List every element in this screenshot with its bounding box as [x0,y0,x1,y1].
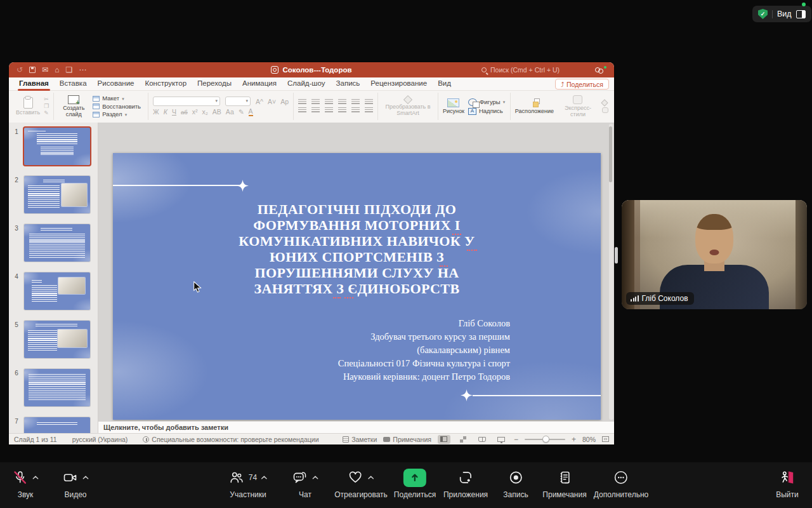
indent-increase-button[interactable] [338,99,346,105]
slide-subtitle[interactable]: Гліб Соколов Здобувач третього курсу за … [338,317,510,384]
save-icon[interactable] [29,67,36,73]
notes-toggle[interactable]: Заметки [343,436,377,443]
justify-button[interactable] [338,107,346,114]
participant-video-tile[interactable]: Гліб Соколов [622,200,807,309]
line-spacing-button[interactable] [351,99,360,105]
cut-icon[interactable]: ✂ [44,97,49,102]
more-icon[interactable]: ⋯ [79,66,86,74]
align-text-button[interactable] [365,107,373,114]
new-doc-icon[interactable]: ❏ [65,66,72,74]
account-presence-icon[interactable] [595,66,606,74]
tab-vstavka[interactable]: Вставка [60,80,87,88]
participants-button[interactable]: 74 Участники [228,468,268,499]
font-size-combo[interactable] [225,97,251,106]
slideshow-button[interactable] [495,435,508,444]
thumbnail-slide-6[interactable] [24,369,90,406]
thumbnail-slide-4[interactable] [24,272,90,310]
arrange-button[interactable]: Расположение [515,98,554,115]
numbering-button[interactable] [311,99,320,105]
bullets-button[interactable] [298,99,306,105]
canvas-scrollbar[interactable] [609,124,613,420]
tab-risovanie[interactable]: Рисование [98,80,134,88]
mail-icon[interactable]: ✉ [42,66,48,74]
apps-button[interactable]: Приложения [443,468,488,499]
reading-view-button[interactable] [476,435,488,444]
reset-button[interactable]: Восстановить [93,104,143,110]
slide-sorter-button[interactable] [457,435,469,444]
tab-slideshow[interactable]: Слайд-шоу [287,80,325,88]
chevron-up-icon[interactable] [32,475,39,480]
text-direction-button[interactable] [351,107,360,114]
copy-icon[interactable]: ❐ [44,104,49,109]
tab-konstruktor[interactable]: Конструктор [145,80,187,88]
tab-glavnaya[interactable]: Главная [19,80,49,88]
columns-button[interactable] [365,99,373,105]
indent-decrease-button[interactable] [325,99,333,105]
shapes-dropdown[interactable]: Фигуры [468,98,506,106]
search-box[interactable]: Поиск (Cmd + Ctrl + U) [481,66,560,74]
bold-button[interactable]: Ж [153,109,159,116]
chevron-up-icon[interactable] [261,475,268,480]
thumbnail-slide-3[interactable] [24,224,90,262]
clear-format-button[interactable]: Ар [280,98,289,105]
language-indicator[interactable]: русский (Украина) [72,436,128,443]
fit-to-window-button[interactable] [602,436,609,442]
zoom-slider[interactable] [525,439,565,440]
chevron-up-icon[interactable] [82,475,89,480]
tab-zapis[interactable]: Запись [336,80,360,88]
normal-view-button[interactable] [438,435,450,444]
chat-button[interactable]: Чат [292,468,319,499]
picture-button[interactable]: Рисунок [443,98,464,115]
more-button[interactable]: Дополнительно [594,468,648,499]
tab-vid[interactable]: Вид [438,80,451,88]
font-color-button[interactable]: А [249,108,253,116]
current-slide[interactable]: ПЕДАГОГІЧНІ ПІДХОДИ ДО ФОРМУВАННЯ МОТОРН… [113,153,601,420]
superscript-button[interactable]: х² [192,109,198,116]
tab-animatsiya[interactable]: Анимация [242,80,277,88]
italic-button[interactable]: К [164,109,167,116]
thumbnail-slide-2[interactable] [24,176,90,213]
change-case-button[interactable]: Аа [226,109,234,116]
zoom-out-button[interactable]: − [514,436,518,443]
slide-title[interactable]: ПЕДАГОГІЧНІ ПІДХОДИ ДО ФОРМУВАННЯ МОТОРН… [173,201,541,297]
thumbnail-slide-5[interactable] [24,321,90,358]
format-painter-icon[interactable]: ✎ [44,110,49,116]
align-center-button[interactable] [311,107,320,114]
font-name-combo[interactable] [153,97,220,106]
align-left-button[interactable] [298,107,306,114]
shape-fill-icon[interactable] [601,99,608,106]
comments-toggle[interactable]: Примечания [383,436,431,443]
shrink-font-button[interactable]: А˅ [268,98,276,105]
shape-outline-icon[interactable] [602,107,608,113]
chevron-up-icon[interactable] [368,475,375,480]
tab-retsenzirovanie[interactable]: Рецензирование [370,80,427,88]
accessibility-check[interactable]: Специальные возможности: проверьте реком… [143,436,318,443]
audio-button[interactable]: Звук [12,468,39,499]
leave-button[interactable]: Выйти [776,468,799,499]
share-screen-button[interactable]: Поделиться [394,468,436,499]
quick-styles-button[interactable]: Экспресс-стили [558,95,598,118]
record-button[interactable]: Запись [503,468,528,499]
zoom-in-button[interactable]: + [572,436,576,443]
section-dropdown[interactable]: Раздел [93,111,143,117]
view-control[interactable]: ✓ Вид [752,6,811,22]
video-button[interactable]: Видео [62,468,89,499]
textbox-button[interactable]: АНадпись [468,108,506,115]
video-panel-handle[interactable] [615,247,618,264]
new-slide-button[interactable]: Создать слайд [58,95,89,118]
layout-dropdown[interactable]: Макет [93,95,143,102]
char-spacing-button[interactable]: АВ [213,109,221,116]
grow-font-button[interactable]: А^ [256,98,263,105]
underline-button[interactable]: Ч [172,109,176,116]
ppt-share-button[interactable]: ⤴ Поделиться [555,79,609,90]
thumbnail-slide-1[interactable] [24,128,90,165]
chevron-up-icon[interactable] [312,475,319,480]
subscript-button[interactable]: х₂ [202,109,207,116]
react-button[interactable]: Отреагировать [334,468,388,499]
zoom-knob[interactable] [542,436,549,443]
slide-canvas[interactable]: ПЕДАГОГІЧНІ ПІДХОДИ ДО ФОРМУВАННЯ МОТОРН… [98,123,614,421]
notes-button[interactable]: Примечания [542,468,586,499]
notes-area[interactable]: Щелкните, чтобы добавить заметки [98,421,614,433]
strikethrough-button[interactable]: аб [181,109,188,116]
thumbnail-slide-7[interactable] [24,417,90,433]
